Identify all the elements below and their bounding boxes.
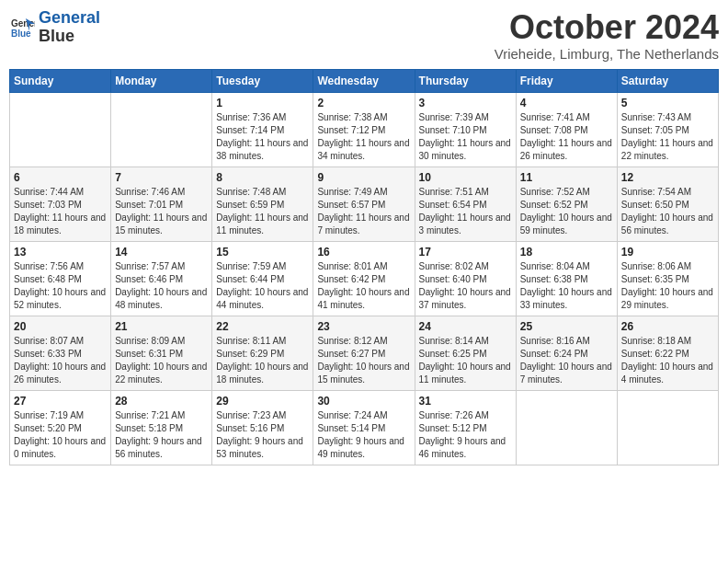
day-number: 27 <box>14 395 107 408</box>
calendar-cell: 28Sunrise: 7:21 AM Sunset: 5:18 PM Dayli… <box>111 390 212 465</box>
logo-icon: General Blue <box>9 15 35 40</box>
calendar-cell: 17Sunrise: 8:02 AM Sunset: 6:40 PM Dayli… <box>415 241 516 316</box>
day-number: 30 <box>317 395 410 408</box>
calendar-cell: 21Sunrise: 8:09 AM Sunset: 6:31 PM Dayli… <box>111 316 212 390</box>
day-info: Sunrise: 7:46 AM Sunset: 7:01 PM Dayligh… <box>115 186 208 237</box>
day-info: Sunrise: 7:38 AM Sunset: 7:12 PM Dayligh… <box>317 111 410 163</box>
weekday-header: Sunday <box>10 69 111 92</box>
day-number: 11 <box>520 171 613 184</box>
calendar-cell: 24Sunrise: 8:14 AM Sunset: 6:25 PM Dayli… <box>415 316 516 390</box>
logo: General Blue GeneralBlue <box>9 9 100 46</box>
day-number: 21 <box>115 320 208 333</box>
calendar-cell: 25Sunrise: 8:16 AM Sunset: 6:24 PM Dayli… <box>516 316 617 390</box>
calendar-row: 6Sunrise: 7:44 AM Sunset: 7:03 PM Daylig… <box>10 167 719 241</box>
calendar-cell: 2Sunrise: 7:38 AM Sunset: 7:12 PM Daylig… <box>313 92 415 167</box>
day-info: Sunrise: 7:36 AM Sunset: 7:14 PM Dayligh… <box>216 111 309 163</box>
calendar-cell: 18Sunrise: 8:04 AM Sunset: 6:38 PM Dayli… <box>516 241 617 316</box>
page-header: General Blue GeneralBlue October 2024 Vr… <box>9 9 719 62</box>
day-number: 22 <box>216 320 309 333</box>
calendar-table: SundayMondayTuesdayWednesdayThursdayFrid… <box>9 69 719 465</box>
day-info: Sunrise: 7:26 AM Sunset: 5:12 PM Dayligh… <box>419 409 512 461</box>
calendar-cell: 19Sunrise: 8:06 AM Sunset: 6:35 PM Dayli… <box>617 241 718 316</box>
calendar-row: 13Sunrise: 7:56 AM Sunset: 6:48 PM Dayli… <box>10 241 719 316</box>
day-number: 31 <box>419 395 512 408</box>
day-info: Sunrise: 7:19 AM Sunset: 5:20 PM Dayligh… <box>14 409 107 461</box>
day-number: 15 <box>216 246 309 259</box>
day-info: Sunrise: 8:01 AM Sunset: 6:42 PM Dayligh… <box>317 260 410 312</box>
day-number: 26 <box>621 320 714 333</box>
day-info: Sunrise: 8:14 AM Sunset: 6:25 PM Dayligh… <box>419 335 512 386</box>
calendar-cell: 30Sunrise: 7:24 AM Sunset: 5:14 PM Dayli… <box>313 390 415 465</box>
calendar-cell: 8Sunrise: 7:48 AM Sunset: 6:59 PM Daylig… <box>212 167 313 241</box>
calendar-cell: 29Sunrise: 7:23 AM Sunset: 5:16 PM Dayli… <box>212 390 313 465</box>
day-number: 9 <box>317 171 410 184</box>
day-number: 17 <box>419 246 512 259</box>
day-number: 8 <box>216 171 309 184</box>
day-number: 12 <box>621 171 714 184</box>
calendar-cell: 23Sunrise: 8:12 AM Sunset: 6:27 PM Dayli… <box>313 316 415 390</box>
weekday-header: Tuesday <box>212 69 313 92</box>
day-info: Sunrise: 8:16 AM Sunset: 6:24 PM Dayligh… <box>520 335 613 386</box>
calendar-cell: 3Sunrise: 7:39 AM Sunset: 7:10 PM Daylig… <box>415 92 516 167</box>
calendar-cell <box>111 92 212 167</box>
calendar-cell: 15Sunrise: 7:59 AM Sunset: 6:44 PM Dayli… <box>212 241 313 316</box>
day-info: Sunrise: 7:59 AM Sunset: 6:44 PM Dayligh… <box>216 260 309 312</box>
day-number: 14 <box>115 246 208 259</box>
calendar-cell: 12Sunrise: 7:54 AM Sunset: 6:50 PM Dayli… <box>617 167 718 241</box>
logo-text: GeneralBlue <box>39 9 100 46</box>
day-info: Sunrise: 7:43 AM Sunset: 7:05 PM Dayligh… <box>621 111 714 163</box>
day-number: 28 <box>115 395 208 408</box>
day-info: Sunrise: 8:06 AM Sunset: 6:35 PM Dayligh… <box>621 260 714 312</box>
day-info: Sunrise: 8:11 AM Sunset: 6:29 PM Dayligh… <box>216 335 309 386</box>
day-info: Sunrise: 8:04 AM Sunset: 6:38 PM Dayligh… <box>520 260 613 312</box>
calendar-cell: 11Sunrise: 7:52 AM Sunset: 6:52 PM Dayli… <box>516 167 617 241</box>
weekday-row: SundayMondayTuesdayWednesdayThursdayFrid… <box>10 69 719 92</box>
calendar-cell <box>617 390 718 465</box>
calendar-cell: 5Sunrise: 7:43 AM Sunset: 7:05 PM Daylig… <box>617 92 718 167</box>
day-info: Sunrise: 7:24 AM Sunset: 5:14 PM Dayligh… <box>317 409 410 461</box>
day-info: Sunrise: 8:07 AM Sunset: 6:33 PM Dayligh… <box>14 335 107 386</box>
calendar-cell: 16Sunrise: 8:01 AM Sunset: 6:42 PM Dayli… <box>313 241 415 316</box>
calendar-row: 27Sunrise: 7:19 AM Sunset: 5:20 PM Dayli… <box>10 390 719 465</box>
day-info: Sunrise: 7:44 AM Sunset: 7:03 PM Dayligh… <box>14 186 107 237</box>
svg-text:Blue: Blue <box>11 29 31 39</box>
calendar-cell: 10Sunrise: 7:51 AM Sunset: 6:54 PM Dayli… <box>415 167 516 241</box>
location: Vrieheide, Limburg, The Netherlands <box>495 46 719 62</box>
calendar-cell: 7Sunrise: 7:46 AM Sunset: 7:01 PM Daylig… <box>111 167 212 241</box>
day-number: 13 <box>14 246 107 259</box>
day-number: 4 <box>520 97 613 109</box>
day-number: 29 <box>216 395 309 408</box>
day-number: 2 <box>317 97 410 109</box>
day-number: 7 <box>115 171 208 184</box>
day-info: Sunrise: 8:02 AM Sunset: 6:40 PM Dayligh… <box>419 260 512 312</box>
weekday-header: Wednesday <box>313 69 415 92</box>
calendar-row: 1Sunrise: 7:36 AM Sunset: 7:14 PM Daylig… <box>10 92 719 167</box>
day-info: Sunrise: 7:54 AM Sunset: 6:50 PM Dayligh… <box>621 186 714 237</box>
day-number: 5 <box>621 97 714 109</box>
weekday-header: Saturday <box>617 69 718 92</box>
day-number: 19 <box>621 246 714 259</box>
day-number: 23 <box>317 320 410 333</box>
calendar-body: 1Sunrise: 7:36 AM Sunset: 7:14 PM Daylig… <box>10 92 719 465</box>
day-info: Sunrise: 7:41 AM Sunset: 7:08 PM Dayligh… <box>520 111 613 163</box>
day-number: 18 <box>520 246 613 259</box>
calendar-cell: 4Sunrise: 7:41 AM Sunset: 7:08 PM Daylig… <box>516 92 617 167</box>
day-info: Sunrise: 8:09 AM Sunset: 6:31 PM Dayligh… <box>115 335 208 386</box>
calendar-cell: 31Sunrise: 7:26 AM Sunset: 5:12 PM Dayli… <box>415 390 516 465</box>
calendar-cell <box>516 390 617 465</box>
day-info: Sunrise: 7:39 AM Sunset: 7:10 PM Dayligh… <box>419 111 512 163</box>
calendar-cell: 13Sunrise: 7:56 AM Sunset: 6:48 PM Dayli… <box>10 241 111 316</box>
calendar-cell: 26Sunrise: 8:18 AM Sunset: 6:22 PM Dayli… <box>617 316 718 390</box>
day-info: Sunrise: 7:23 AM Sunset: 5:16 PM Dayligh… <box>216 409 309 461</box>
day-number: 1 <box>216 97 309 109</box>
weekday-header: Monday <box>111 69 212 92</box>
calendar-cell: 14Sunrise: 7:57 AM Sunset: 6:46 PM Dayli… <box>111 241 212 316</box>
calendar-cell: 27Sunrise: 7:19 AM Sunset: 5:20 PM Dayli… <box>10 390 111 465</box>
day-info: Sunrise: 7:56 AM Sunset: 6:48 PM Dayligh… <box>14 260 107 312</box>
weekday-header: Friday <box>516 69 617 92</box>
day-number: 10 <box>419 171 512 184</box>
day-number: 6 <box>14 171 107 184</box>
calendar-header: SundayMondayTuesdayWednesdayThursdayFrid… <box>10 69 719 92</box>
day-info: Sunrise: 7:51 AM Sunset: 6:54 PM Dayligh… <box>419 186 512 237</box>
day-info: Sunrise: 7:52 AM Sunset: 6:52 PM Dayligh… <box>520 186 613 237</box>
